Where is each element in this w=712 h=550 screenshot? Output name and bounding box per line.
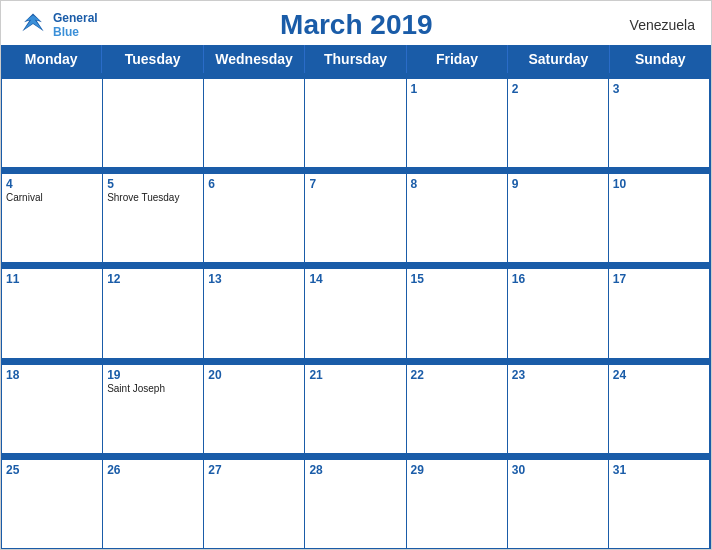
cell-mar-24: 24 — [609, 365, 710, 453]
day-sunday: Sunday — [610, 45, 711, 73]
calendar-container: General Blue March 2019 Venezuela Monday… — [0, 0, 712, 550]
week-row-4: 18 19Saint Joseph 20 21 22 23 24 — [2, 365, 710, 454]
day-tuesday: Tuesday — [102, 45, 203, 73]
cell-mar-12: 12 — [103, 269, 204, 357]
cell-mar-2: 2 — [508, 79, 609, 167]
cell-empty-1 — [2, 79, 103, 167]
calendar-header: General Blue March 2019 Venezuela — [1, 1, 711, 45]
cell-mar-1: 1 — [407, 79, 508, 167]
cell-mar-29: 29 — [407, 460, 508, 548]
cell-mar-26: 26 — [103, 460, 204, 548]
logo-icon — [17, 11, 49, 39]
calendar-body: 1 2 3 4Carnival 5Shrove Tuesday 6 7 8 9 … — [1, 73, 711, 549]
week-row-3: 11 12 13 14 15 16 17 — [2, 269, 710, 358]
days-of-week-header: Monday Tuesday Wednesday Thursday Friday… — [1, 45, 711, 73]
cell-mar-15: 15 — [407, 269, 508, 357]
cell-mar-25: 25 — [2, 460, 103, 548]
cell-mar-4: 4Carnival — [2, 174, 103, 262]
cell-mar-9: 9 — [508, 174, 609, 262]
day-saturday: Saturday — [508, 45, 609, 73]
cell-mar-10: 10 — [609, 174, 710, 262]
cell-mar-31: 31 — [609, 460, 710, 548]
cell-mar-14: 14 — [305, 269, 406, 357]
cell-mar-7: 7 — [305, 174, 406, 262]
cell-mar-13: 13 — [204, 269, 305, 357]
day-friday: Friday — [407, 45, 508, 73]
cell-empty-3 — [204, 79, 305, 167]
logo: General Blue — [17, 11, 98, 39]
week-row-5: 25 26 27 28 29 30 31 — [2, 460, 710, 549]
logo-text: General Blue — [53, 11, 98, 39]
week-row-1: 1 2 3 — [2, 79, 710, 168]
country-label: Venezuela — [615, 17, 695, 33]
cell-empty-4 — [305, 79, 406, 167]
cell-mar-17: 17 — [609, 269, 710, 357]
cell-mar-19: 19Saint Joseph — [103, 365, 204, 453]
week-row-2: 4Carnival 5Shrove Tuesday 6 7 8 9 10 — [2, 174, 710, 263]
svg-marker-1 — [24, 15, 42, 29]
cell-mar-21: 21 — [305, 365, 406, 453]
cell-mar-28: 28 — [305, 460, 406, 548]
cell-mar-20: 20 — [204, 365, 305, 453]
cell-mar-23: 23 — [508, 365, 609, 453]
cell-mar-6: 6 — [204, 174, 305, 262]
day-wednesday: Wednesday — [204, 45, 305, 73]
cell-mar-11: 11 — [2, 269, 103, 357]
cell-mar-27: 27 — [204, 460, 305, 548]
cell-mar-22: 22 — [407, 365, 508, 453]
calendar-title: March 2019 — [98, 9, 615, 41]
cell-empty-2 — [103, 79, 204, 167]
day-thursday: Thursday — [305, 45, 406, 73]
cell-mar-3: 3 — [609, 79, 710, 167]
cell-mar-8: 8 — [407, 174, 508, 262]
cell-mar-30: 30 — [508, 460, 609, 548]
day-monday: Monday — [1, 45, 102, 73]
cell-mar-5: 5Shrove Tuesday — [103, 174, 204, 262]
cell-mar-16: 16 — [508, 269, 609, 357]
cell-mar-18: 18 — [2, 365, 103, 453]
